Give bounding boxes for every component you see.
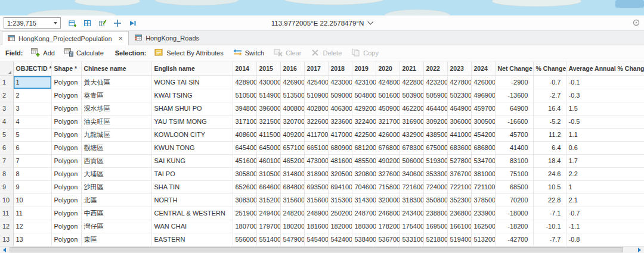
column-header-change[interactable]: % Change <box>533 61 566 76</box>
cell[interactable]: 5 <box>13 128 51 141</box>
cell[interactable]: 402800 <box>304 102 328 115</box>
row-number[interactable]: 9 <box>0 180 13 193</box>
cell[interactable]: Polygon <box>51 167 81 180</box>
cell[interactable]: 243400 <box>400 207 423 220</box>
cell[interactable]: 425400 <box>304 76 328 89</box>
map-view[interactable] <box>0 0 644 15</box>
cell[interactable]: 454200 <box>471 128 495 141</box>
cell[interactable]: 175400 <box>400 220 423 233</box>
cell[interactable]: 大埔區 <box>81 167 151 180</box>
cell[interactable]: 22.8 <box>533 193 566 207</box>
cell[interactable]: 510900 <box>304 89 328 102</box>
cell[interactable]: 250200 <box>328 207 352 220</box>
cell[interactable]: 538400 <box>352 233 376 246</box>
cell[interactable]: 551400 <box>256 233 280 246</box>
table-row[interactable]: 99Polygon沙田區SHA TIN652600664600684800693… <box>0 180 644 193</box>
cell[interactable]: 378500 <box>471 193 495 207</box>
copy-button[interactable]: Copy <box>347 46 383 60</box>
table-row[interactable]: 55Polygon九龍城區KOWLOON CITY408600411500409… <box>0 128 644 141</box>
cell[interactable]: 676800 <box>376 141 400 154</box>
column-header-average-annual-change[interactable]: Average Annual % Change <box>566 61 644 76</box>
table-row[interactable]: 1212Polygon灣仔區WAN CHAI180700179700180200… <box>0 220 644 233</box>
cell[interactable]: 503900 <box>400 89 423 102</box>
close-icon[interactable]: × <box>119 35 123 42</box>
cell[interactable]: 462200 <box>400 102 423 115</box>
cell[interactable]: Polygon <box>51 180 81 193</box>
row-number[interactable]: 1 <box>0 76 13 89</box>
cell[interactable]: 300500 <box>471 115 495 128</box>
calculate-field-button[interactable]: Calculate <box>60 46 108 60</box>
table-row[interactable]: 88Polygon大埔區TAI PO3058003105003148003189… <box>0 167 644 180</box>
cell[interactable]: 680900 <box>328 141 352 154</box>
delete-button[interactable]: Delete <box>306 46 346 60</box>
cell[interactable]: 2 <box>13 89 51 102</box>
cell[interactable]: 423200 <box>423 76 447 89</box>
scrollbar-track[interactable] <box>9 246 635 253</box>
cell[interactable]: KOWLOON CITY <box>151 128 233 141</box>
cell[interactable]: 693500 <box>304 180 328 193</box>
cell[interactable]: 501600 <box>376 89 400 102</box>
table-row[interactable]: 77Polygon西貢區SAI KUNG45160046010046520047… <box>0 154 644 167</box>
cell[interactable]: 327600 <box>376 167 400 180</box>
cell[interactable]: 429200 <box>352 102 376 115</box>
cell[interactable]: 502300 <box>447 89 471 102</box>
cell[interactable]: 678300 <box>400 141 423 154</box>
table-row[interactable]: 66Polygon觀塘區KWUN TONG6454006450006571006… <box>0 141 644 154</box>
cell[interactable]: -1.1 <box>566 220 644 233</box>
cell[interactable]: 251900 <box>233 207 256 220</box>
cell[interactable]: 322600 <box>304 115 328 128</box>
column-header-chinese-name[interactable]: Chinese name <box>81 61 151 76</box>
cell[interactable]: 2.2 <box>566 167 644 180</box>
cell[interactable]: 觀塘區 <box>81 141 151 154</box>
cell[interactable]: 352300 <box>447 193 471 207</box>
cell[interactable]: 油尖旺區 <box>81 115 151 128</box>
row-number[interactable]: 3 <box>0 102 13 115</box>
select-by-attributes-button[interactable]: Select By Attributes <box>150 46 227 60</box>
clear-selection-button[interactable]: Clear <box>270 46 305 60</box>
cell[interactable]: 306000 <box>447 115 471 128</box>
cell[interactable]: 162500 <box>471 220 495 233</box>
cell[interactable]: 180300 <box>352 220 376 233</box>
cell[interactable]: 248700 <box>352 207 376 220</box>
tab-hongkong-roads[interactable]: HongKong_Roads <box>129 31 205 45</box>
cell[interactable]: 510500 <box>233 89 256 102</box>
cell[interactable]: 320500 <box>328 167 352 180</box>
row-number[interactable]: 8 <box>0 167 13 180</box>
cell[interactable]: 315300 <box>328 193 352 207</box>
cell[interactable]: 13 <box>13 233 51 246</box>
cell[interactable]: 45700 <box>495 128 533 141</box>
horizontal-scrollbar[interactable] <box>0 246 644 253</box>
cell[interactable]: 166100 <box>447 220 471 233</box>
cell[interactable]: Polygon <box>51 89 81 102</box>
cell[interactable]: 深水埗區 <box>81 102 151 115</box>
row-number[interactable]: 6 <box>0 141 13 154</box>
cell[interactable]: 181600 <box>304 220 328 233</box>
table-row[interactable]: 33Polygon深水埗區SHAM SHUI PO394800396000400… <box>0 102 644 115</box>
cell[interactable]: 506000 <box>400 154 423 167</box>
cell[interactable]: 665100 <box>304 141 328 154</box>
cell[interactable]: 426000 <box>376 128 400 141</box>
cell[interactable]: -16600 <box>495 115 533 128</box>
cell[interactable]: 400800 <box>280 102 304 115</box>
cell[interactable]: 394800 <box>233 102 256 115</box>
cell[interactable]: 652600 <box>233 180 256 193</box>
row-number[interactable]: 12 <box>0 220 13 233</box>
tab-hongkong-projectedpopulation[interactable]: HongKong_ProjectedPopulation × <box>2 31 129 45</box>
cell[interactable]: -13600 <box>495 89 533 102</box>
row-number[interactable]: 10 <box>0 193 13 207</box>
cell[interactable]: 321700 <box>376 115 400 128</box>
cell[interactable]: 527800 <box>447 154 471 167</box>
crosshair-icon[interactable] <box>113 18 122 28</box>
scrollbar-thumb[interactable] <box>10 247 623 252</box>
cell[interactable]: Polygon <box>51 233 81 246</box>
cell[interactable]: 683600 <box>447 141 471 154</box>
cell[interactable]: 423100 <box>352 76 376 89</box>
row-number[interactable]: 2 <box>0 89 13 102</box>
cell[interactable]: Polygon <box>51 76 81 89</box>
column-header-shape[interactable]: Shape * <box>51 61 81 76</box>
table-row[interactable]: 11Polygon黃大仙區WONG TAI SIN428900430000426… <box>0 76 644 89</box>
cell[interactable]: 438500 <box>423 128 447 141</box>
cell[interactable]: 233900 <box>471 207 495 220</box>
cell[interactable]: 3 <box>13 102 51 115</box>
cell[interactable]: 75100 <box>495 167 533 180</box>
